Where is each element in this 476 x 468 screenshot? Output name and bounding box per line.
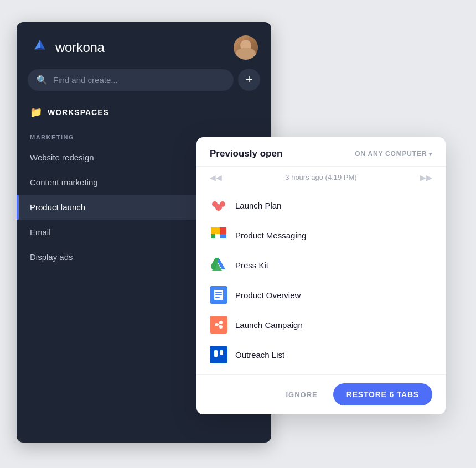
search-icon: 🔍 xyxy=(37,75,48,85)
time-row: ◀◀ 3 hours ago (4:19 PM) ▶▶ xyxy=(196,167,446,188)
tab-item-outreach-list[interactable]: Outreach List xyxy=(196,340,446,370)
workspaces-header: 📁 WORKSPACES xyxy=(17,100,271,125)
svg-marker-11 xyxy=(220,234,226,238)
app-name: workona xyxy=(55,40,105,55)
tab-icon-drive xyxy=(210,256,227,274)
prev-arrow-icon[interactable]: ◀◀ xyxy=(210,173,222,182)
svg-rect-18 xyxy=(215,292,222,293)
tab-name-product-messaging: Product Messaging xyxy=(235,231,306,240)
search-bar: 🔍 Find and create... + xyxy=(28,69,260,91)
computer-selector[interactable]: ON ANY COMPUTER ▾ xyxy=(355,150,432,158)
svg-rect-19 xyxy=(215,294,222,295)
tab-icon-trello xyxy=(210,346,227,363)
tab-icon-slides xyxy=(210,226,227,244)
tab-icon-asana xyxy=(210,196,227,214)
tab-item-product-messaging[interactable]: Product Messaging xyxy=(196,220,446,250)
svg-rect-27 xyxy=(220,350,223,355)
search-input-wrap[interactable]: 🔍 Find and create... xyxy=(28,69,234,91)
tab-name-press-kit: Press Kit xyxy=(235,261,268,270)
tab-list: Launch Plan Product Messaging xyxy=(196,188,446,374)
tab-name-product-overview: Product Overview xyxy=(235,290,301,300)
tab-name-launch-campaign: Launch Campaign xyxy=(235,320,303,330)
logo-area: workona xyxy=(30,38,105,58)
tab-icon-docs xyxy=(210,286,227,304)
svg-rect-26 xyxy=(214,350,218,357)
svg-point-6 xyxy=(220,201,225,207)
restore-tabs-button[interactable]: RESTORE 6 TABS xyxy=(333,383,432,405)
sidebar-header: workona xyxy=(17,22,271,69)
ignore-button[interactable]: IGNORE xyxy=(279,385,324,404)
popup-header: Previously open ON ANY COMPUTER ▾ xyxy=(196,137,446,167)
avatar-image xyxy=(234,35,258,60)
svg-point-5 xyxy=(212,201,218,207)
popup-title: Previously open xyxy=(210,148,282,159)
session-time: 3 hours ago (4:19 PM) xyxy=(285,173,356,181)
tab-item-launch-plan[interactable]: Launch Plan xyxy=(196,190,446,220)
chevron-down-icon: ▾ xyxy=(429,151,432,157)
next-arrow-icon[interactable]: ▶▶ xyxy=(420,173,432,182)
svg-point-22 xyxy=(215,323,218,326)
svg-marker-10 xyxy=(211,234,215,238)
workspaces-label: WORKSPACES xyxy=(48,108,109,117)
popup-footer: IGNORE RESTORE 6 TABS xyxy=(196,374,446,414)
tab-icon-hubspot xyxy=(210,316,227,334)
user-avatar[interactable] xyxy=(234,35,258,60)
workona-logo-icon xyxy=(30,38,50,58)
tab-item-press-kit[interactable]: Press Kit xyxy=(196,250,446,280)
tab-name-launch-plan: Launch Plan xyxy=(235,201,281,210)
tab-item-launch-campaign[interactable]: Launch Campaign xyxy=(196,310,446,340)
svg-rect-20 xyxy=(215,297,220,298)
computer-label: ON ANY COMPUTER xyxy=(355,150,427,158)
add-button[interactable]: + xyxy=(238,69,260,91)
folder-icon: 📁 xyxy=(30,106,42,118)
tab-item-product-overview[interactable]: Product Overview xyxy=(196,280,446,310)
svg-marker-9 xyxy=(220,227,226,234)
previously-open-popup: Previously open ON ANY COMPUTER ▾ ◀◀ 3 h… xyxy=(196,137,446,414)
search-placeholder: Find and create... xyxy=(53,75,118,85)
tab-name-outreach-list: Outreach List xyxy=(235,350,284,360)
